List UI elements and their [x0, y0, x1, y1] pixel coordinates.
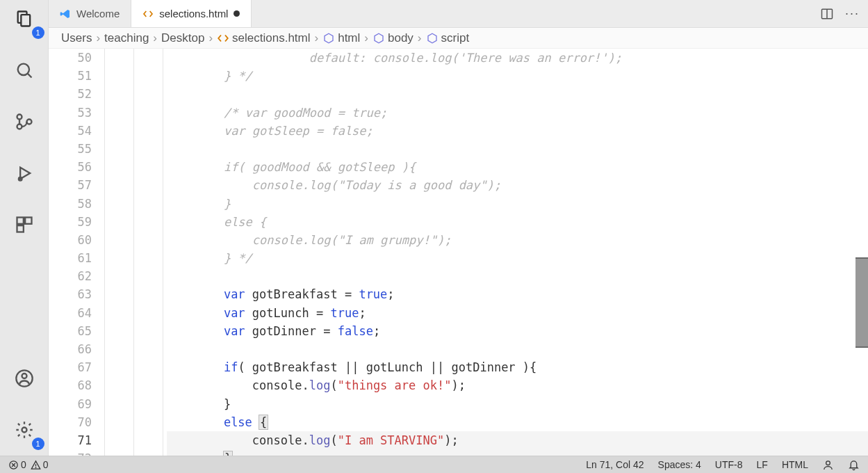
- svg-rect-11: [17, 225, 23, 232]
- cursor-position[interactable]: Ln 71, Col 42: [586, 459, 644, 470]
- split-editor-icon[interactable]: [820, 7, 834, 21]
- svg-point-5: [17, 125, 22, 129]
- settings-gear-icon[interactable]: 1: [7, 412, 42, 447]
- explorer-badge: 1: [32, 26, 44, 39]
- svg-point-4: [17, 115, 22, 120]
- minimap[interactable]: [855, 49, 868, 456]
- tab-welcome[interactable]: Welcome: [49, 0, 131, 27]
- explorer-icon[interactable]: 1: [7, 1, 42, 36]
- run-debug-icon[interactable]: [7, 156, 42, 191]
- chevron-right-icon: ›: [153, 31, 157, 45]
- svg-point-13: [22, 374, 26, 378]
- error-icon[interactable]: 0: [8, 459, 26, 470]
- crumb-html[interactable]: html: [338, 31, 360, 45]
- code-editor[interactable]: 5051525354555657585960616263646566676869…: [49, 49, 868, 456]
- source-control-icon[interactable]: [7, 104, 42, 139]
- more-actions-icon[interactable]: ···: [845, 6, 860, 21]
- chevron-right-icon: ›: [418, 31, 422, 45]
- chevron-right-icon: ›: [208, 31, 213, 45]
- tab-selections[interactable]: selections.html: [131, 0, 252, 27]
- svg-rect-1: [21, 15, 30, 26]
- settings-badge: 1: [32, 438, 44, 450]
- crumb-body[interactable]: body: [388, 31, 413, 45]
- symbol-icon: [372, 32, 385, 45]
- svg-line-3: [27, 74, 31, 78]
- chevron-right-icon: ›: [96, 31, 100, 45]
- svg-rect-10: [25, 218, 31, 224]
- encoding-status[interactable]: UTF-8: [715, 459, 743, 470]
- chevron-right-icon: ›: [315, 31, 319, 45]
- dirty-indicator-icon: [234, 10, 240, 17]
- tab-selections-label: selections.html: [159, 8, 228, 19]
- warning-icon[interactable]: 0: [31, 459, 49, 470]
- vscode-icon: [60, 8, 71, 19]
- svg-rect-9: [17, 218, 23, 224]
- feedback-icon[interactable]: [822, 459, 834, 471]
- indentation-status[interactable]: Spaces: 4: [658, 459, 701, 470]
- search-icon[interactable]: [7, 53, 42, 88]
- line-gutter: 5051525354555657585960616263646566676869…: [49, 49, 104, 456]
- crumb-users[interactable]: Users: [61, 31, 92, 45]
- breadcrumb[interactable]: Users › teaching › Desktop › selections.…: [49, 28, 868, 49]
- svg-point-21: [35, 467, 36, 467]
- warning-count: 0: [43, 459, 49, 470]
- eol-status[interactable]: LF: [757, 459, 768, 470]
- extensions-icon[interactable]: [7, 207, 42, 242]
- bell-icon[interactable]: [848, 459, 860, 471]
- error-count: 0: [21, 459, 26, 470]
- tab-welcome-label: Welcome: [76, 8, 120, 19]
- chevron-right-icon: ›: [364, 31, 368, 45]
- svg-point-22: [826, 460, 830, 465]
- editor-tab-bar: Welcome selections.html ···: [49, 0, 868, 28]
- svg-point-2: [17, 64, 28, 75]
- crumb-file[interactable]: selections.html: [232, 31, 310, 45]
- crumb-teaching[interactable]: teaching: [104, 31, 149, 45]
- crumb-desktop[interactable]: Desktop: [161, 31, 204, 45]
- language-mode[interactable]: HTML: [782, 459, 808, 470]
- symbol-icon: [322, 32, 335, 45]
- crumb-script[interactable]: script: [441, 31, 470, 45]
- activity-bar: 1 1: [0, 0, 49, 456]
- status-bar: 0 0 Ln 71, Col 42 Spaces: 4 UTF-8 LF HTM…: [0, 456, 868, 473]
- accounts-icon[interactable]: [7, 361, 42, 396]
- symbol-icon: [426, 32, 439, 45]
- html-file-icon: [217, 32, 229, 45]
- html-file-icon: [142, 8, 154, 19]
- code-content[interactable]: default: console.log('There was an error…: [167, 49, 868, 456]
- svg-point-14: [22, 428, 26, 433]
